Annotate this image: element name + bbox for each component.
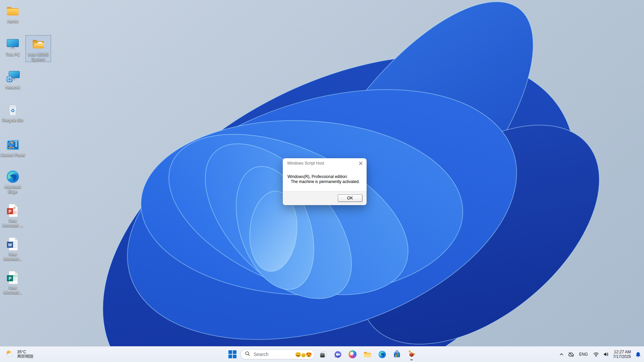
microsoft-store-icon: [393, 350, 401, 359]
desktop-icon-intel-n5095-system[interactable]: Intel N5095 System: [25, 35, 51, 62]
desktop-icon-label: Admin: [7, 19, 18, 24]
desktop-icon-label: This PC: [6, 52, 20, 57]
computer-icon: [5, 37, 20, 52]
activator-cube-icon: [407, 350, 416, 359]
desktop-icon-this-pc[interactable]: This PC: [0, 35, 25, 57]
cloud-offline-icon: [568, 352, 574, 357]
desktop-icon-label: New Microsof...: [3, 286, 22, 295]
weather-text: 35°C 局部晴朗: [17, 350, 33, 359]
wifi-tray-button[interactable]: [591, 348, 601, 361]
powerpoint-doc-icon: P: [5, 203, 20, 218]
emoji-neutral-icon: 😐: [301, 353, 306, 357]
edge-button[interactable]: [375, 348, 389, 361]
desktop-icon-microsoft-edge[interactable]: Microsoft Edge: [0, 168, 25, 194]
language-indicator[interactable]: ENG: [577, 348, 591, 361]
network-icon: [5, 70, 20, 84]
volume-tray-button[interactable]: [601, 348, 610, 361]
task-view-icon: [319, 350, 327, 359]
desktop-icon-label: New Microsof...: [3, 252, 22, 261]
desktop-icon-label: Intel N5095 System: [28, 52, 48, 62]
svg-text:♻: ♻: [11, 108, 15, 114]
folder-icon: [5, 4, 20, 18]
task-view-button[interactable]: [316, 348, 330, 361]
notification-bell-icon: [635, 352, 641, 357]
word-doc-icon: W: [5, 237, 20, 251]
desktop-icon-label: Control Panel: [1, 153, 25, 158]
desktop-icon-label: Recycle Bin: [2, 118, 23, 123]
desktop-icon-label: New Microsoft ...: [2, 219, 23, 228]
desktop-icon-label: Microsoft Edge: [5, 185, 21, 194]
running-indicator: [411, 359, 413, 360]
dialog-title: Windows Script Host: [283, 158, 367, 168]
emoji-grinning-icon: 😄: [295, 352, 302, 357]
sun-behind-cloud-icon: [5, 350, 14, 359]
microsoft-store-button[interactable]: [390, 348, 404, 361]
wifi-icon: [593, 352, 599, 357]
search-emoji-group: 😄 😐 😍: [295, 352, 312, 357]
edge-icon: [378, 350, 386, 359]
volume-icon: [603, 352, 609, 357]
svg-text:P: P: [8, 209, 11, 214]
chat-icon: [334, 350, 342, 359]
copilot-button[interactable]: [346, 348, 359, 361]
notification-bell-button[interactable]: [634, 348, 643, 361]
clock[interactable]: 12:27 AM 7/17/2025: [611, 350, 633, 359]
publisher-doc-icon: P: [5, 270, 20, 285]
weather-condition: 局部晴朗: [17, 354, 33, 359]
search-input[interactable]: [253, 351, 295, 357]
search-icon: [245, 351, 250, 358]
taskbar: 35°C 局部晴朗 😄 😐 😍: [0, 346, 644, 362]
desktop-icon-control-panel[interactable]: Control Panel: [0, 136, 25, 158]
activator-app-button[interactable]: [405, 348, 418, 361]
control-panel-icon: [5, 137, 20, 152]
svg-text:W: W: [8, 243, 12, 247]
onedrive-tray-button[interactable]: [566, 348, 576, 361]
clock-date: 7/17/2025: [613, 354, 631, 359]
close-icon[interactable]: [358, 161, 363, 166]
chat-button[interactable]: [331, 348, 344, 361]
copilot-icon: [348, 350, 357, 358]
tray-chevron-button[interactable]: [557, 348, 566, 361]
file-explorer-icon: [363, 350, 372, 359]
dialog-footer: OK: [283, 191, 367, 205]
desktop-icon-recycle-bin[interactable]: ♻ Recycle Bin: [0, 101, 25, 123]
windows-script-host-dialog: Windows Script Host Windows(R), Professi…: [283, 158, 367, 205]
file-explorer-button[interactable]: [361, 348, 374, 361]
windows-start-icon: [228, 350, 236, 358]
desktop-icon-admin[interactable]: Admin: [0, 2, 25, 24]
taskbar-center: 😄 😐 😍: [226, 347, 418, 362]
desktop-icon-new-publisher[interactable]: P New Microsof...: [0, 268, 25, 295]
chevron-up-icon: [559, 352, 564, 357]
edge-icon: [5, 169, 20, 184]
desktop-icon-label: Network: [5, 85, 20, 90]
dialog-message-line1: Windows(R), Professional edition:: [287, 174, 363, 179]
desktop-icon-new-powerpoint[interactable]: P New Microsoft ...: [0, 201, 25, 228]
desktop-icon-network[interactable]: Network: [0, 68, 25, 90]
desktop-icon-new-word[interactable]: W New Microsof...: [0, 235, 25, 262]
clock-time: 12:27 AM: [614, 350, 631, 354]
open-folder-icon: [31, 37, 46, 52]
svg-text:P: P: [8, 276, 11, 281]
start-button[interactable]: [226, 348, 239, 361]
system-tray: ENG 12:27 AM 7/17/2025: [557, 347, 643, 362]
ok-button[interactable]: OK: [338, 194, 362, 202]
dialog-message: Windows(R), Professional edition: The ma…: [283, 168, 367, 184]
recycle-bin-icon: ♻: [5, 103, 20, 117]
emoji-heart-eyes-icon: 😍: [306, 352, 312, 357]
search-box[interactable]: 😄 😐 😍: [240, 349, 315, 359]
dialog-message-line2: The machine is permanently activated.: [287, 179, 363, 184]
weather-widget[interactable]: 35°C 局部晴朗: [3, 347, 36, 362]
